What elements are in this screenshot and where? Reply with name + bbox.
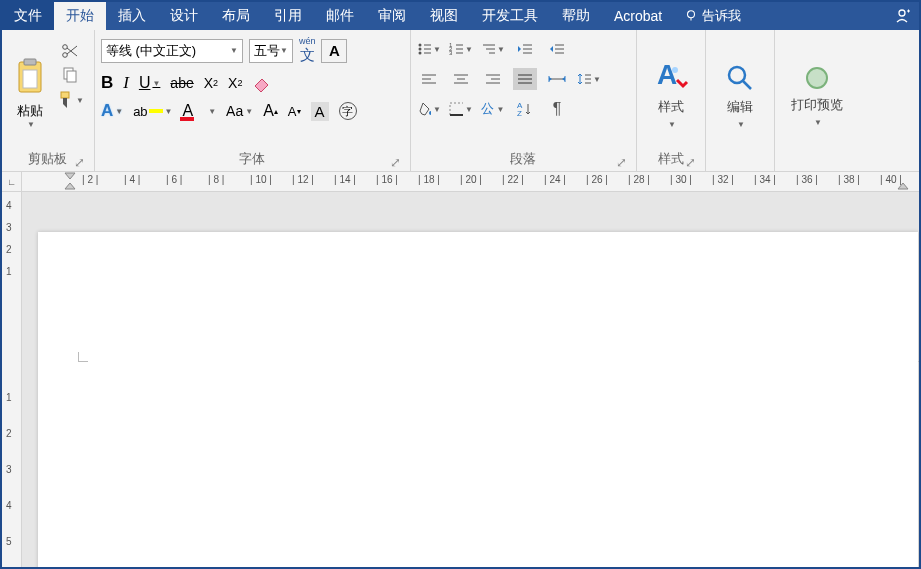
tab-home[interactable]: 开始 <box>54 2 106 30</box>
tab-review[interactable]: 审阅 <box>366 2 418 30</box>
chevron-down-icon: ▼ <box>737 120 745 129</box>
svg-text:A: A <box>657 59 677 90</box>
ruler-tick: | 8 | <box>208 174 224 185</box>
lightbulb-icon <box>684 9 698 23</box>
ruler-tick: | 10 | <box>250 174 272 185</box>
svg-point-52 <box>429 111 431 115</box>
ruler-tick: | 34 | <box>754 174 776 185</box>
paste-label: 粘贴 <box>17 102 43 120</box>
menu-bar: 文件 开始 插入 设计 布局 引用 邮件 审阅 视图 开发工具 帮助 Acrob… <box>2 2 919 30</box>
vertical-ruler[interactable]: 432112345 <box>2 192 22 567</box>
group-styles: A 样式 ▼ 样式⤢ <box>637 30 706 171</box>
subscript-button[interactable]: X2 <box>204 75 218 91</box>
font-size-combo[interactable]: 五号▼ <box>249 39 293 63</box>
align-justify-button[interactable] <box>513 68 537 90</box>
eraser-icon <box>252 74 272 92</box>
decrease-indent-button[interactable] <box>513 38 537 60</box>
font-launcher[interactable]: ⤢ <box>390 156 402 168</box>
cut-button[interactable] <box>56 42 84 60</box>
svg-point-61 <box>807 68 827 88</box>
tab-references[interactable]: 引用 <box>262 2 314 30</box>
tab-design[interactable]: 设计 <box>158 2 210 30</box>
tab-file[interactable]: 文件 <box>2 2 54 30</box>
ruler-tick: | 22 | <box>502 174 524 185</box>
phonetic-guide-button[interactable]: wén文 <box>299 36 316 65</box>
superscript-button[interactable]: X2 <box>228 75 242 91</box>
enclose-characters-button[interactable]: 字 <box>339 102 357 120</box>
tab-mailings[interactable]: 邮件 <box>314 2 366 30</box>
chevron-down-icon: ▼ <box>465 105 473 114</box>
horizontal-ruler[interactable]: ∟ | 2 || 4 || 6 || 8 || 10 || 12 || 14 |… <box>2 172 919 192</box>
align-center-button[interactable] <box>449 68 473 90</box>
print-preview-button[interactable]: 打印预览 ▼ <box>781 34 853 150</box>
tab-view[interactable]: 视图 <box>418 2 470 30</box>
styles-group-label: 样式 <box>658 151 684 166</box>
char-shading-button[interactable]: A <box>311 102 329 121</box>
tab-selector[interactable]: ∟ <box>2 172 22 191</box>
document-canvas[interactable] <box>22 192 919 567</box>
paragraph-launcher[interactable]: ⤢ <box>616 156 628 168</box>
show-marks-button[interactable]: ¶ <box>545 98 569 120</box>
bold-button[interactable]: B <box>101 73 113 93</box>
clear-formatting-button[interactable] <box>252 74 272 92</box>
clipboard-launcher[interactable]: ⤢ <box>74 156 86 168</box>
ruler-tick: | 30 | <box>670 174 692 185</box>
tab-layout[interactable]: 布局 <box>210 2 262 30</box>
shrink-font-button[interactable]: A▾ <box>288 104 301 119</box>
highlight-button[interactable]: ab▼ <box>133 104 172 119</box>
chevron-down-icon: ▼ <box>814 118 822 127</box>
tab-insert[interactable]: 插入 <box>106 2 158 30</box>
grow-font-button[interactable]: A▴ <box>263 102 278 120</box>
chevron-down-icon: ▼ <box>208 107 216 116</box>
tab-developer[interactable]: 开发工具 <box>470 2 550 30</box>
bullets-button[interactable]: ▼ <box>417 38 441 60</box>
svg-text:3: 3 <box>449 50 453 56</box>
increase-indent-button[interactable] <box>545 38 569 60</box>
strikethrough-button[interactable]: abe <box>170 75 193 91</box>
font-color-button[interactable]: A▼ <box>183 102 217 120</box>
font-name-combo[interactable]: 等线 (中文正文)▼ <box>101 39 243 63</box>
text-effects-button[interactable]: A▼ <box>101 101 123 121</box>
left-indent-marker[interactable] <box>64 172 76 190</box>
chevron-down-icon: ▼ <box>496 105 504 114</box>
styles-icon: A <box>653 58 689 94</box>
font-name-value: 等线 (中文正文) <box>106 42 196 60</box>
character-border-button[interactable]: A <box>321 39 347 63</box>
change-case-button[interactable]: Aa▼ <box>226 103 253 119</box>
ruler-tick: | 16 | <box>376 174 398 185</box>
sort-button[interactable]: AZ <box>513 98 537 120</box>
page[interactable] <box>38 232 918 567</box>
paragraph-group-label: 段落 <box>510 151 536 166</box>
chevron-down-icon: ▼ <box>280 46 288 55</box>
find-icon <box>724 62 756 94</box>
clipboard-group-label: 剪贴板 <box>28 151 67 166</box>
ruler-tick: 3 <box>6 222 12 233</box>
share-button[interactable] <box>885 2 919 30</box>
align-distributed-button[interactable] <box>545 68 569 90</box>
ruler-tick: | 2 | <box>82 174 98 185</box>
tab-help[interactable]: 帮助 <box>550 2 602 30</box>
ruler-tick: 4 <box>6 200 12 211</box>
align-left-button[interactable] <box>417 68 441 90</box>
copy-button[interactable] <box>56 66 84 84</box>
paste-button[interactable]: 粘贴 ▼ <box>8 34 52 147</box>
italic-button[interactable]: I <box>123 73 129 93</box>
shading-button[interactable]: ▼ <box>417 98 441 120</box>
align-right-button[interactable] <box>481 68 505 90</box>
editing-button[interactable]: 编辑 ▼ <box>712 34 768 150</box>
group-preview: 打印预览 ▼ <box>775 30 859 171</box>
styles-launcher[interactable]: ⤢ <box>685 156 697 168</box>
format-painter-button[interactable]: ▼ <box>56 90 84 110</box>
underline-button[interactable]: U▼ <box>139 74 160 92</box>
svg-point-19 <box>418 52 421 55</box>
tell-me[interactable]: 告诉我 <box>674 2 751 30</box>
multilevel-list-button[interactable]: ▼ <box>481 38 505 60</box>
styles-button[interactable]: A 样式 ▼ <box>643 34 699 147</box>
chevron-down-icon: ▼ <box>27 120 35 129</box>
tab-acrobat[interactable]: Acrobat <box>602 2 674 30</box>
numbering-button[interactable]: 123▼ <box>449 38 473 60</box>
line-spacing-button[interactable]: ▼ <box>577 68 601 90</box>
svg-line-60 <box>743 81 751 89</box>
borders-button[interactable]: ▼ <box>449 98 473 120</box>
asian-layout-button[interactable]: 公▼ <box>481 98 505 120</box>
